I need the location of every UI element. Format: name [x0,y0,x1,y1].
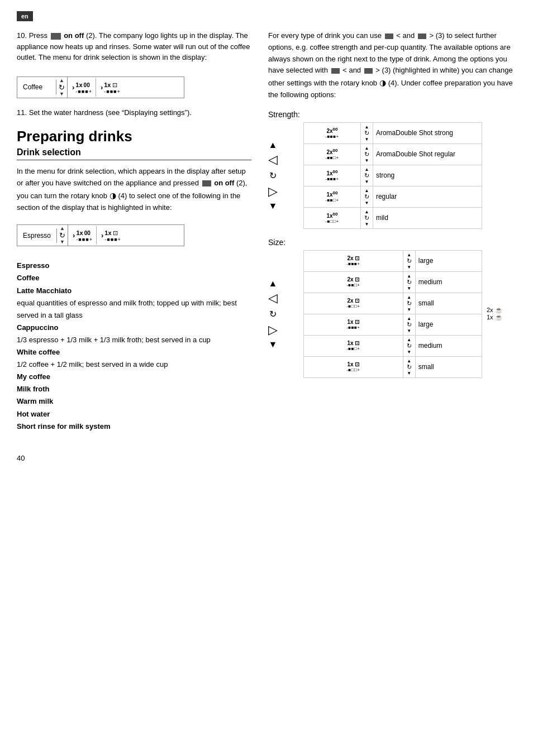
drink-item: Warm milk [17,395,251,408]
display-box-coffee: Coffee ▲ ↻ ▼ › 1x00 -■■■+ › 1x⊡ -■■■+ [17,76,184,98]
size-row: 2x ⊡ -■■■+ ▲ ↻ ▼ large [304,250,482,271]
strength-row: 2x00 -■■■+ ▲ ↻ ▼ AromaDouble Shot strong [304,122,482,143]
strength-label: Strength: [268,110,516,119]
step-11-text: 11. Set the water hardness (see “Display… [17,107,251,118]
size-note: 2x ☕ 1x ☕ [487,307,503,321]
strength-row: 1x00 -■□□+ ▲ ↻ ▼ mild [304,207,482,228]
drink-item: Cappuccino1/3 espresso + 1/3 milk + 1/3 … [17,322,251,346]
display-box-espresso: Espresso ▲ ↻ ▼ › 1x00 -■■■+ › 1x⊡ -■■■+ [17,224,184,246]
lang-badge: en [17,11,516,30]
step-10-text: 10. Press on off (2). The company logo l… [17,30,251,63]
display-label-espresso: Espresso [17,228,57,243]
display-label-coffee: Coffee [17,80,56,94]
drink-item: Milk froth [17,383,251,395]
strength-indicator: ▲ ◁ ↻ ▷ ▼ [268,140,278,211]
right-intro-text: For every type of drink you can use < an… [268,30,516,101]
drink-item: White coffee1/2 coffee + 1/2 milk; best … [17,346,251,371]
strength-row: 2x00 -■■□+ ▲ ↻ ▼ AromaDouble Shot regula… [304,143,482,165]
page-number: 40 [17,454,516,462]
size-table-wrapper: ▲ ◁ ↻ ▷ ▼ 2x ⊡ -■■■+ ▲ ↻ ▼ large 2x ⊡ -■… [268,250,516,378]
drink-selection-heading: Drink selection [17,147,251,160]
size-row: 1x ⊡ -■■■+ ▲ ↻ ▼ large [304,314,482,335]
drink-item: My coffee [17,371,251,383]
size-row: 1x ⊡ -■□□+ ▲ ↻ ▼ small [304,356,482,377]
size-row: 1x ⊡ -■■□+ ▲ ↻ ▼ medium [304,335,482,356]
drink-item: Short rinse for milk system [17,420,251,433]
drink-item: Hot water [17,408,251,420]
strength-options-table: 2x00 -■■■+ ▲ ↻ ▼ AromaDouble Shot strong… [303,122,482,229]
drink-list: EspressoCoffeeLatte Macchiatoequal quant… [17,260,251,432]
section-title: Preparing drinks [17,128,251,145]
strength-table-wrapper: ▲ ◁ ↻ ▷ ▼ 2x00 -■■■+ ▲ ↻ ▼ AromaDouble S… [268,122,516,229]
size-row: 2x ⊡ -■■□+ ▲ ↻ ▼ medium [304,271,482,293]
strength-row: 1x00 -■■■+ ▲ ↻ ▼ strong [304,165,482,186]
size-indicator: ▲ ◁ ↻ ▷ ▼ [268,279,278,350]
drink-item: Espresso [17,260,251,272]
drink-item: Coffee [17,272,251,284]
right-column: For every type of drink you can use < an… [268,30,516,437]
size-label: Size: [268,238,516,247]
size-options-table: 2x ⊡ -■■■+ ▲ ↻ ▼ large 2x ⊡ -■■□+ ▲ ↻ ▼ … [303,250,482,378]
left-column: 10. Press on off (2). The company logo l… [17,30,251,437]
drink-selection-body: In the menu for drink selection, which a… [17,166,251,213]
strength-row: 1x00 -■■□+ ▲ ↻ ▼ regular [304,186,482,207]
size-row: 2x ⊡ -■□□+ ▲ ↻ ▼ small [304,293,482,314]
drink-item: Latte Macchiatoequal quantities of espre… [17,285,251,322]
